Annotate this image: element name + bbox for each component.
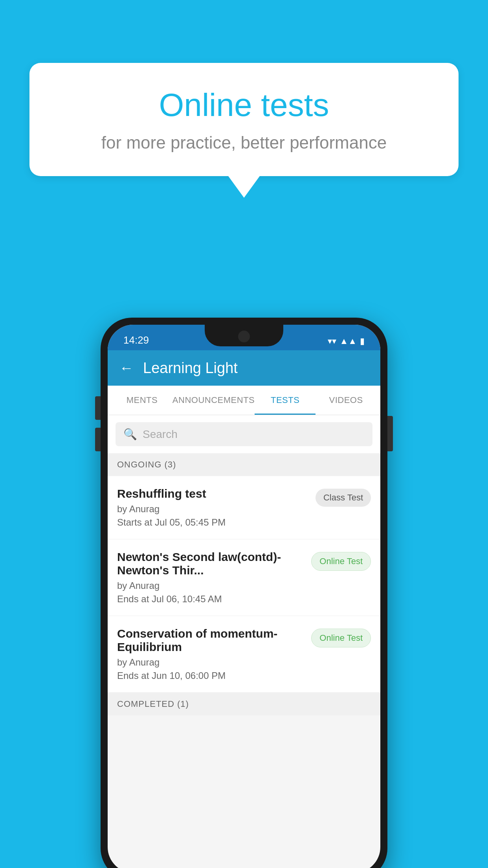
- test-author: by Anurag: [117, 504, 309, 515]
- phone-notch: [205, 325, 283, 346]
- app-title: Learning Light: [143, 360, 238, 377]
- speech-bubble: Online tests for more practice, better p…: [29, 63, 459, 176]
- test-item[interactable]: Reshuffling test by Anurag Starts at Jul…: [108, 476, 380, 539]
- battery-icon: ▮: [360, 336, 365, 346]
- test-list: Reshuffling test by Anurag Starts at Jul…: [108, 476, 380, 693]
- test-title: Conservation of momentum-Equilibrium: [117, 627, 305, 654]
- test-time: Ends at Jul 06, 10:45 AM: [117, 594, 305, 605]
- bubble-subtitle: for more practice, better performance: [61, 133, 427, 153]
- test-time: Ends at Jun 10, 06:00 PM: [117, 670, 305, 681]
- test-info: Newton's Second law(contd)-Newton's Thir…: [117, 550, 305, 605]
- phone-frame: 14:29 ▾▾ ▲▲ ▮ ← Learning Light MENTS ANN…: [101, 318, 387, 868]
- status-icons: ▾▾ ▲▲ ▮: [328, 336, 369, 346]
- test-author: by Anurag: [117, 657, 305, 668]
- test-badge-class: Class Test: [316, 489, 371, 507]
- tab-bar: MENTS ANNOUNCEMENTS TESTS VIDEOS: [108, 386, 380, 415]
- volume-down-button: [95, 428, 101, 451]
- back-button[interactable]: ←: [119, 360, 134, 376]
- test-time: Starts at Jul 05, 05:45 PM: [117, 517, 309, 528]
- phone-camera: [238, 331, 250, 342]
- speech-bubble-container: Online tests for more practice, better p…: [29, 63, 459, 198]
- search-bar[interactable]: 🔍 Search: [116, 422, 372, 446]
- completed-section-header: COMPLETED (1): [108, 693, 380, 715]
- tab-ments[interactable]: MENTS: [112, 386, 172, 415]
- test-info: Conservation of momentum-Equilibrium by …: [117, 627, 305, 681]
- tab-announcements[interactable]: ANNOUNCEMENTS: [172, 386, 255, 415]
- signal-icon: ▲▲: [339, 336, 357, 346]
- wifi-icon: ▾▾: [328, 336, 336, 346]
- tab-tests[interactable]: TESTS: [255, 386, 316, 415]
- bubble-arrow: [228, 176, 260, 198]
- search-icon: 🔍: [123, 428, 137, 441]
- power-button: [387, 416, 393, 451]
- test-item[interactable]: Newton's Second law(contd)-Newton's Thir…: [108, 539, 380, 616]
- test-item[interactable]: Conservation of momentum-Equilibrium by …: [108, 616, 380, 693]
- test-badge-online: Online Test: [311, 629, 371, 647]
- tab-videos[interactable]: VIDEOS: [316, 386, 376, 415]
- status-time: 14:29: [119, 334, 149, 346]
- volume-up-button: [95, 396, 101, 420]
- test-title: Newton's Second law(contd)-Newton's Thir…: [117, 550, 305, 577]
- search-input[interactable]: Search: [143, 428, 178, 441]
- test-info: Reshuffling test by Anurag Starts at Jul…: [117, 487, 309, 528]
- test-author: by Anurag: [117, 580, 305, 591]
- bubble-title: Online tests: [61, 86, 427, 123]
- app-header: ← Learning Light: [108, 350, 380, 386]
- test-badge-online: Online Test: [311, 552, 371, 571]
- ongoing-section-header: ONGOING (3): [108, 453, 380, 476]
- test-title: Reshuffling test: [117, 487, 309, 500]
- phone-screen: 14:29 ▾▾ ▲▲ ▮ ← Learning Light MENTS ANN…: [108, 325, 380, 868]
- search-container: 🔍 Search: [108, 415, 380, 453]
